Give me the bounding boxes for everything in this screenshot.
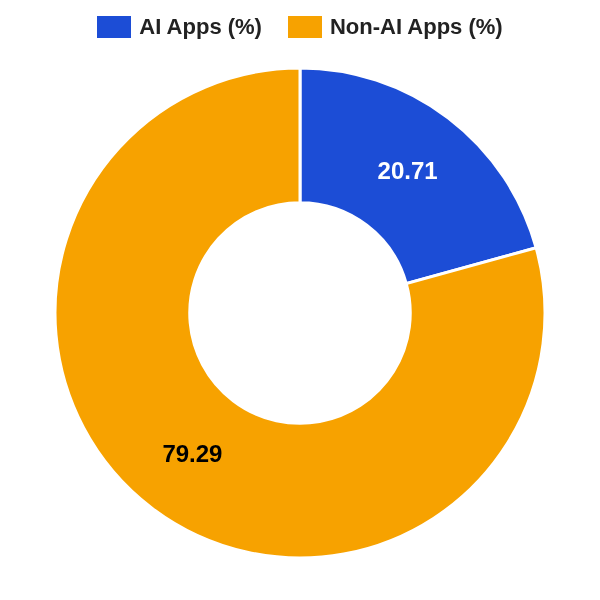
legend-item-nonai: Non-AI Apps (%)	[288, 14, 503, 40]
legend-item-ai: AI Apps (%)	[97, 14, 262, 40]
legend-label-ai: AI Apps (%)	[139, 14, 262, 40]
slice-value-1: 79.29	[162, 440, 222, 468]
donut-chart: 20.7179.29	[0, 40, 600, 585]
legend-label-nonai: Non-AI Apps (%)	[330, 14, 503, 40]
chart-legend: AI Apps (%) Non-AI Apps (%)	[0, 0, 600, 40]
legend-swatch-nonai	[288, 16, 322, 38]
donut-svg	[30, 43, 570, 583]
slice-value-0: 20.71	[378, 157, 438, 185]
legend-swatch-ai	[97, 16, 131, 38]
